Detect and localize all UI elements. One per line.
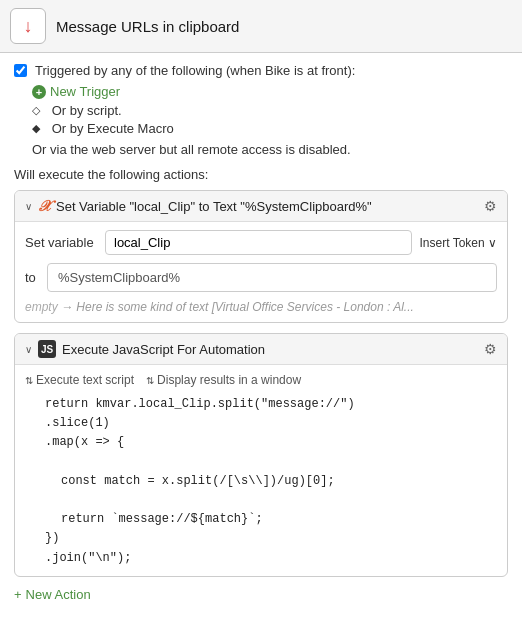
- execute-js-title: Execute JavaScript For Automation: [62, 342, 265, 357]
- execute-js-gear-icon[interactable]: ⚙: [484, 341, 497, 357]
- macro-icon: ↓: [10, 8, 46, 44]
- trigger-checkbox[interactable]: [14, 64, 27, 77]
- new-action-label: New Action: [26, 587, 91, 602]
- x-icon: 𝒳: [38, 197, 50, 215]
- execute-text-script-option[interactable]: ⇅ Execute text script: [25, 373, 134, 387]
- to-value-box[interactable]: %SystemClipboard%: [47, 263, 497, 292]
- hint-text: → Here is some kind of text [Virtual Off…: [61, 300, 414, 314]
- code-line-9: .join("\n");: [29, 549, 493, 568]
- arrow-down-icon: ↓: [24, 16, 33, 37]
- code-line-1: return kmvar.local_Clip.split("message:/…: [29, 395, 493, 414]
- to-row: to %SystemClipboard%: [25, 263, 497, 292]
- code-line-8: }): [29, 529, 493, 548]
- code-line-3: .map(x => {: [29, 433, 493, 452]
- new-trigger-label: New Trigger: [50, 84, 120, 99]
- remote-access-text: Or via the web server but all remote acc…: [32, 142, 508, 157]
- trigger-checkbox-row[interactable]: Triggered by any of the following (when …: [14, 63, 508, 78]
- trigger-label: Triggered by any of the following (when …: [35, 63, 355, 78]
- execute-js-body: ⇅ Execute text script ⇅ Display results …: [15, 365, 507, 576]
- to-label: to: [25, 270, 39, 285]
- set-variable-gear-icon[interactable]: ⚙: [484, 198, 497, 214]
- set-variable-chevron[interactable]: ∨: [25, 201, 32, 212]
- execute-js-header: ∨ JS Execute JavaScript For Automation ⚙: [15, 334, 507, 365]
- set-variable-action-card: ∨ 𝒳 Set Variable "local_Clip" to Text "%…: [14, 190, 508, 323]
- code-line-6: [29, 491, 493, 510]
- new-action-plus-icon: +: [14, 587, 22, 602]
- code-line-2: .slice(1): [29, 414, 493, 433]
- display-results-option[interactable]: ⇅ Display results in a window: [146, 373, 301, 387]
- by-script-label: Or by script.: [52, 103, 122, 118]
- code-line-7: return `message://${match}`;: [29, 510, 493, 529]
- execute-js-chevron[interactable]: ∨: [25, 344, 32, 355]
- code-line-5: const match = x.split(/[\s\\])/ug)[0];: [29, 472, 493, 491]
- new-action-button[interactable]: + New Action: [14, 587, 508, 602]
- code-block[interactable]: return kmvar.local_Clip.split("message:/…: [25, 395, 497, 568]
- plus-icon: +: [32, 85, 46, 99]
- new-trigger-button[interactable]: + New Trigger: [32, 84, 508, 99]
- by-macro-trigger[interactable]: Or by Execute Macro: [32, 121, 508, 136]
- header-title: Message URLs in clipboard: [56, 18, 239, 35]
- variable-name-input[interactable]: [105, 230, 412, 255]
- set-variable-header: ∨ 𝒳 Set Variable "local_Clip" to Text "%…: [15, 191, 507, 222]
- up-down-icon2: ⇅: [146, 375, 154, 386]
- set-variable-row: Set variable Insert Token ∨: [25, 230, 497, 255]
- header: ↓ Message URLs in clipboard: [0, 0, 522, 53]
- will-execute-text: Will execute the following actions:: [14, 167, 508, 182]
- execute-js-header-left: ∨ JS Execute JavaScript For Automation: [25, 340, 265, 358]
- empty-label: empty: [25, 300, 58, 314]
- set-variable-header-left: ∨ 𝒳 Set Variable "local_Clip" to Text "%…: [25, 197, 372, 215]
- display-results-label: Display results in a window: [157, 373, 301, 387]
- by-macro-label: Or by Execute Macro: [52, 121, 174, 136]
- insert-token-button[interactable]: Insert Token ∨: [420, 236, 497, 250]
- by-script-trigger[interactable]: Or by script.: [32, 103, 508, 118]
- empty-hint: empty → Here is some kind of text [Virtu…: [25, 300, 497, 314]
- set-variable-label: Set variable: [25, 235, 97, 250]
- execute-text-script-label: Execute text script: [36, 373, 134, 387]
- execute-js-action-card: ∨ JS Execute JavaScript For Automation ⚙…: [14, 333, 508, 577]
- up-down-icon: ⇅: [25, 375, 33, 386]
- set-variable-body: Set variable Insert Token ∨ to %SystemCl…: [15, 222, 507, 322]
- code-line-4: [29, 453, 493, 472]
- js-options-row: ⇅ Execute text script ⇅ Display results …: [25, 373, 497, 387]
- set-variable-title: Set Variable "local_Clip" to Text "%Syst…: [56, 199, 372, 214]
- main-content: Triggered by any of the following (when …: [0, 53, 522, 628]
- js-icon: JS: [38, 340, 56, 358]
